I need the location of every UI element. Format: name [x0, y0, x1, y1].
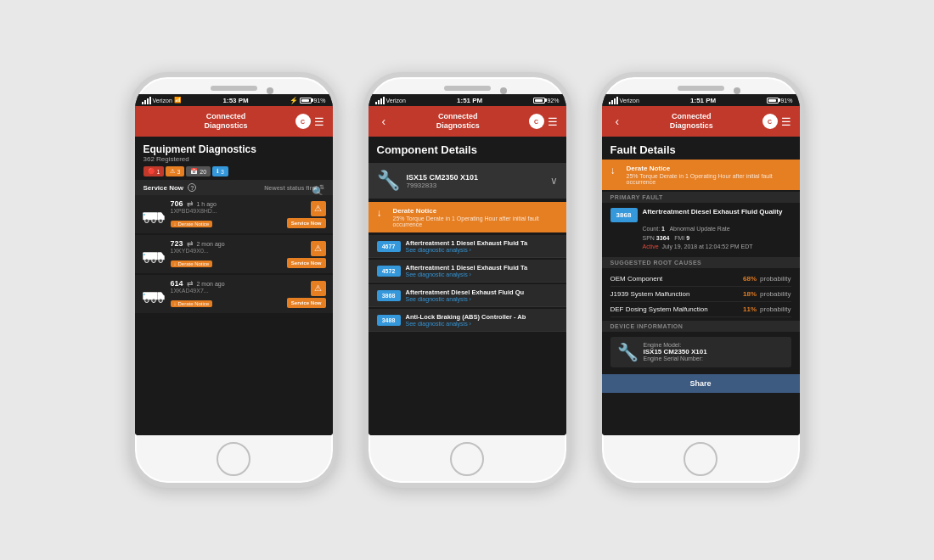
- screen-2-content: Component Details 🔧 ISX15 CM2350 X101 79…: [369, 137, 566, 435]
- svg-rect-6: [143, 214, 145, 216]
- fault-item-2-3[interactable]: 3488 Anti-Lock Braking (ABS) Controller …: [369, 309, 566, 332]
- engine-icon-2: 🔧: [377, 170, 400, 192]
- eq-subtitle: 362 Registered: [143, 155, 324, 163]
- svg-point-17: [144, 299, 149, 303]
- status-left-3: Verizon: [609, 97, 639, 104]
- help-icon[interactable]: ?: [188, 183, 196, 192]
- status-bar-1: Verizon 📶 1:53 PM ⚡ 91%: [135, 94, 333, 106]
- screen-1-content: Equipment Diagnostics 362 Registered 🔍 🔴…: [135, 137, 333, 435]
- cause-pct-0: 68% probability: [743, 275, 791, 283]
- vehicle-info-0: 706 ⇄ 1 h ago 1XPBD49X8HD... ↓ Derate No…: [171, 199, 282, 229]
- device-card: 🔧 Engine Model: ISX15 CM2350 X101 Engine…: [610, 337, 791, 367]
- back-arrow-2[interactable]: ‹: [377, 115, 391, 128]
- svg-point-3: [144, 219, 149, 223]
- pf-code: 3868: [610, 208, 638, 222]
- fault-item-2-1[interactable]: 4572 Aftertreatment 1 Diesel Exhaust Flu…: [369, 260, 566, 283]
- fault-link-2-0[interactable]: See diagnostic analysis ›: [406, 247, 558, 253]
- filter-tab-calendar[interactable]: 📅 20: [186, 166, 211, 176]
- info-icon: ℹ: [217, 168, 219, 175]
- fault-code-2-2: 3868: [377, 290, 401, 301]
- signal-bar-2-3: [380, 98, 382, 104]
- engine-icon-3: 🔧: [617, 342, 639, 362]
- warning-icon-0: ⚠: [311, 201, 326, 216]
- phone-1-home-button[interactable]: [217, 442, 250, 476]
- status-right-1: ⚡ 91%: [290, 97, 325, 104]
- fault-title-2-2: Aftertreatment Diesel Exhaust Fluid Qu: [406, 288, 558, 296]
- menu-icon-3[interactable]: ☰: [781, 115, 791, 128]
- fault-link-2-1[interactable]: See diagnostic analysis ›: [406, 272, 558, 277]
- fault-derate-content-3: Derate Notice 25% Torque Derate in 1 Ope…: [627, 165, 791, 185]
- battery-fill-1: [301, 99, 309, 102]
- truck-icon-2: [142, 286, 166, 303]
- signal-bar-2-1: [375, 102, 377, 104]
- sort-label-text: Newest status first: [264, 185, 317, 191]
- active-label: Active: [643, 244, 659, 249]
- comp-vehicle-card[interactable]: 🔧 ISX15 CM2350 X101 79932833 ∨: [369, 163, 566, 199]
- warning-icon: ⚠: [170, 168, 175, 175]
- device-model: ISX15 CM2350 X101: [644, 348, 707, 356]
- svg-rect-7: [143, 252, 157, 260]
- fault-link-text-2-3: See diagnostic analysis: [406, 321, 468, 327]
- svg-rect-20: [143, 294, 145, 295]
- signal-bar-3-1: [609, 102, 610, 104]
- cause-item-2: DEF Dosing System Malfunction 11% probab…: [610, 302, 791, 317]
- back-arrow-3[interactable]: ‹: [610, 115, 625, 128]
- filter-tabs: 🔴 1 ⚠ 3 📅 20 ℹ 3: [135, 166, 333, 176]
- filter-count-0: 1: [157, 169, 160, 175]
- causes-section: OEM Component 68% probability J1939 Syst…: [602, 268, 800, 321]
- service-now-btn-2[interactable]: Service Now: [287, 298, 326, 308]
- filter-tab-info[interactable]: ℹ 3: [212, 166, 228, 176]
- fault-link-2-2[interactable]: See diagnostic analysis ›: [406, 296, 558, 302]
- pf-top: 3868 Aftertreatment Diesel Exhaust Fluid…: [610, 208, 791, 222]
- comp-vehicle-id: 79932833: [407, 182, 479, 189]
- filter-tab-yellow[interactable]: ⚠ 3: [166, 166, 184, 176]
- phone-3-home-button[interactable]: [684, 442, 717, 476]
- arrows-icon-1: ⇄: [187, 239, 194, 248]
- menu-icon-2[interactable]: ☰: [548, 115, 558, 128]
- menu-icon-1[interactable]: ☰: [314, 115, 324, 128]
- svg-point-5: [158, 219, 162, 223]
- vehicle-right-1: ⚠ Service Now: [287, 241, 326, 268]
- device-title-label: Engine Model:: [644, 342, 707, 348]
- status-right-3: 91%: [767, 98, 792, 104]
- app-header-1: Connected Diagnostics C ☰: [135, 106, 333, 137]
- chevron-right-icon-2-0: ›: [470, 247, 471, 253]
- phone-3: Verizon 1:51 PM 91% ‹ Connected Diagnost…: [597, 72, 805, 488]
- cause-name-0: OEM Component: [610, 275, 663, 283]
- vehicle-item-0[interactable]: 706 ⇄ 1 h ago 1XPBD49X8HD... ↓ Derate No…: [135, 195, 333, 233]
- svg-point-12: [158, 259, 162, 263]
- fault-title-2-1: Aftertreatment 1 Diesel Exhaust Fluid Ta: [406, 264, 558, 272]
- cause-name-1: J1939 System Malfunction: [610, 290, 690, 298]
- phone-3-camera: [734, 87, 740, 94]
- svg-marker-16: [157, 292, 163, 295]
- service-now-btn-1[interactable]: Service Now: [287, 258, 326, 268]
- cause-pct-value-1: 18%: [743, 290, 757, 298]
- header-line2-3: Diagnostics: [624, 121, 758, 131]
- service-now-label: Service Now ?: [143, 183, 197, 192]
- device-serial-label: Engine Serial Number:: [644, 356, 707, 361]
- fault-code-2-1: 4572: [377, 266, 401, 277]
- status-bar-2: Verizon 1:51 PM 92%: [369, 94, 566, 106]
- time-3: 1:51 PM: [690, 97, 716, 104]
- fault-item-2-2[interactable]: 3868 Aftertreatment Diesel Exhaust Fluid…: [369, 284, 566, 307]
- carrier-3: Verizon: [620, 98, 639, 104]
- fault-link-2-3[interactable]: See diagnostic analysis ›: [406, 321, 558, 327]
- header-title-3: Connected Diagnostics: [624, 112, 758, 131]
- vehicle-item-1[interactable]: 723 ⇄ 2 mon ago 1XKYD49X0... ↓ Derate No…: [135, 235, 333, 273]
- signal-bars-3: [609, 97, 618, 104]
- share-button[interactable]: Share: [602, 374, 800, 393]
- filter-count-3: 3: [221, 169, 224, 175]
- phone-2-home-button[interactable]: [450, 442, 484, 476]
- vehicle-item-2[interactable]: 614 ⇄ 2 mon ago 1XKAD49X7... ↓ Derate No…: [135, 275, 333, 313]
- header-line2-2: Diagnostics: [391, 121, 525, 131]
- service-now-btn-0[interactable]: Service Now: [287, 218, 326, 228]
- filter-tab-red[interactable]: 🔴 1: [143, 166, 165, 176]
- vehicle-right-0: ⚠ Service Now: [287, 201, 326, 228]
- battery-fill-3: [768, 99, 776, 102]
- derate-notice-banner-2: ↓ Derate Notice 25% Torque Derate in 1 O…: [369, 202, 566, 232]
- phone-2: Verizon 1:51 PM 92% ‹ Connected Diagnost…: [363, 72, 571, 488]
- filter-count-2: 20: [200, 169, 206, 175]
- phone-2-camera: [500, 87, 507, 94]
- header-title-2: Connected Diagnostics: [391, 112, 525, 131]
- fault-item-2-0[interactable]: 4677 Aftertreatment 1 Diesel Exhaust Flu…: [369, 235, 566, 258]
